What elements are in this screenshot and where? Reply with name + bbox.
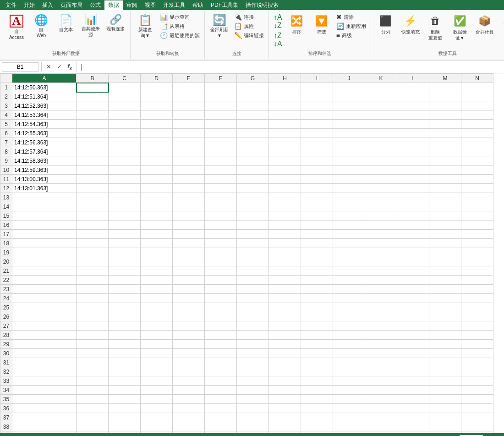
cell-N34[interactable]: [461, 386, 493, 395]
cell-C16[interactable]: [109, 221, 141, 230]
cell-C19[interactable]: [109, 248, 141, 257]
cell-D28[interactable]: [141, 331, 173, 340]
cell-F37[interactable]: [205, 413, 237, 422]
cell-M8[interactable]: [429, 147, 461, 156]
cell-N27[interactable]: [461, 321, 493, 331]
cell-E35[interactable]: [173, 395, 205, 404]
cell-D1[interactable]: [141, 83, 173, 92]
cell-L4[interactable]: [397, 110, 429, 120]
cell-J25[interactable]: [333, 303, 365, 312]
cell-A38[interactable]: [12, 422, 77, 431]
cell-H4[interactable]: [269, 110, 301, 120]
cell-D18[interactable]: [141, 239, 173, 248]
btn-consolidate[interactable]: 📦 合并计算: [473, 13, 497, 37]
cell-J1[interactable]: [333, 83, 365, 92]
cell-C25[interactable]: [109, 303, 141, 312]
cell-L18[interactable]: [397, 239, 429, 248]
cell-H14[interactable]: [269, 202, 301, 211]
cell-D7[interactable]: [141, 138, 173, 147]
cell-N26[interactable]: [461, 312, 493, 321]
cell-C11[interactable]: [109, 175, 141, 184]
cell-G2[interactable]: [237, 92, 269, 101]
cell-A2[interactable]: 14:12:51.364]: [12, 92, 77, 101]
cell-L35[interactable]: [397, 395, 429, 404]
cell-K22[interactable]: [365, 276, 397, 285]
cell-D17[interactable]: [141, 230, 173, 239]
btn-remove-duplicates[interactable]: 🗑 删除重复值: [423, 13, 447, 43]
cell-D33[interactable]: [141, 376, 173, 386]
cell-M30[interactable]: [429, 349, 461, 358]
cell-K17[interactable]: [365, 230, 397, 239]
cell-A28[interactable]: [12, 331, 77, 340]
cell-I25[interactable]: [301, 303, 333, 312]
cell-M34[interactable]: [429, 386, 461, 395]
cell-A25[interactable]: [12, 303, 77, 312]
cell-E9[interactable]: [173, 156, 205, 166]
cell-I28[interactable]: [301, 331, 333, 340]
cell-M37[interactable]: [429, 413, 461, 422]
cell-K5[interactable]: [365, 120, 397, 129]
cell-J30[interactable]: [333, 349, 365, 358]
btn-existing-connections[interactable]: 🔗 现有连接: [104, 13, 127, 33]
cell-M1[interactable]: [429, 83, 461, 92]
cell-B39[interactable]: [77, 431, 109, 434]
cell-L29[interactable]: [397, 340, 429, 349]
cell-N15[interactable]: [461, 211, 493, 221]
cell-L31[interactable]: [397, 358, 429, 367]
cell-G31[interactable]: [237, 358, 269, 367]
cell-H13[interactable]: [269, 193, 301, 202]
cell-F14[interactable]: [205, 202, 237, 211]
cell-H36[interactable]: [269, 404, 301, 413]
cell-K35[interactable]: [365, 395, 397, 404]
cell-E17[interactable]: [173, 230, 205, 239]
cell-I21[interactable]: [301, 266, 333, 276]
cell-B10[interactable]: [77, 166, 109, 175]
cell-D5[interactable]: [141, 120, 173, 129]
cell-N11[interactable]: [461, 175, 493, 184]
cell-L10[interactable]: [397, 166, 429, 175]
cell-M2[interactable]: [429, 92, 461, 101]
cell-A35[interactable]: [12, 395, 77, 404]
cell-N5[interactable]: [461, 120, 493, 129]
cell-K29[interactable]: [365, 340, 397, 349]
cell-N9[interactable]: [461, 156, 493, 166]
cell-L17[interactable]: [397, 230, 429, 239]
cell-B31[interactable]: [77, 358, 109, 367]
cell-C6[interactable]: [109, 129, 141, 138]
cell-M39[interactable]: [429, 431, 461, 434]
cell-I3[interactable]: [301, 101, 333, 110]
btn-clear[interactable]: ✖ 清除: [334, 13, 368, 21]
cell-K38[interactable]: [365, 422, 397, 431]
cell-M18[interactable]: [429, 239, 461, 248]
cell-G18[interactable]: [237, 239, 269, 248]
cell-K39[interactable]: [365, 431, 397, 434]
cell-L19[interactable]: [397, 248, 429, 257]
btn-new-query[interactable]: 📋 新建查询▼: [133, 13, 157, 40]
cell-M33[interactable]: [429, 376, 461, 386]
cell-G37[interactable]: [237, 413, 269, 422]
cell-N20[interactable]: [461, 257, 493, 266]
cell-E10[interactable]: [173, 166, 205, 175]
formula-input[interactable]: [80, 63, 152, 71]
cell-E38[interactable]: [173, 422, 205, 431]
cell-K20[interactable]: [365, 257, 397, 266]
cell-B35[interactable]: [77, 395, 109, 404]
cell-B1[interactable]: [77, 83, 109, 92]
cell-B32[interactable]: [77, 367, 109, 376]
cell-F2[interactable]: [205, 92, 237, 101]
cell-I6[interactable]: [301, 129, 333, 138]
cell-I37[interactable]: [301, 413, 333, 422]
btn-from-table[interactable]: 📑 从表格: [158, 22, 202, 30]
cell-G39[interactable]: [237, 431, 269, 434]
cell-B15[interactable]: [77, 211, 109, 221]
cell-I7[interactable]: [301, 138, 333, 147]
cell-L12[interactable]: [397, 184, 429, 193]
btn-show-query[interactable]: 📊 显示查询: [158, 13, 202, 21]
cell-M29[interactable]: [429, 340, 461, 349]
cell-C23[interactable]: [109, 285, 141, 294]
cell-K8[interactable]: [365, 147, 397, 156]
cell-E22[interactable]: [173, 276, 205, 285]
cell-A16[interactable]: [12, 221, 77, 230]
cell-N21[interactable]: [461, 266, 493, 276]
cell-I8[interactable]: [301, 147, 333, 156]
